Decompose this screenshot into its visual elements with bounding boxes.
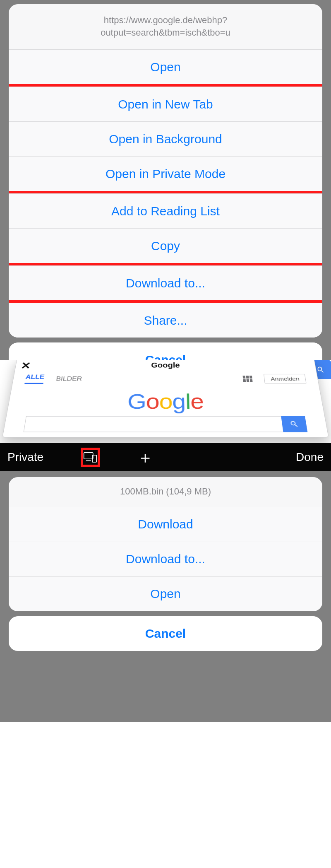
cancel-button-2[interactable]: Cancel [9, 616, 322, 651]
private-toggle[interactable]: Private [7, 451, 43, 464]
download-to-button[interactable]: Download to... [9, 265, 322, 300]
download-file-header: 100MB.bin (104,9 MB) [9, 477, 322, 507]
download-button[interactable]: Download [9, 507, 322, 542]
open-background-button[interactable]: Open in Background [9, 121, 322, 156]
link-action-sheet-panel: https://www.google.de/webhp? output=sear… [0, 0, 331, 360]
download-action-sheet-panel: 100MB.bin (104,9 MB) Download Download t… [0, 471, 331, 722]
svg-rect-0 [84, 453, 93, 459]
download-to-button-2[interactable]: Download to... [9, 542, 322, 576]
done-button[interactable]: Done [296, 451, 324, 464]
share-button[interactable]: Share... [9, 303, 322, 338]
highlight-box-download: Download to... [9, 263, 322, 303]
search-button[interactable] [281, 416, 307, 432]
highlight-box-tabs: Open in New Tab Open in Background Open … [9, 84, 322, 193]
apps-icon[interactable] [243, 376, 253, 382]
download-action-sheet: 100MB.bin (104,9 MB) Download Download t… [9, 477, 322, 611]
sign-in-button[interactable]: Anmelden [264, 374, 306, 383]
open-button[interactable]: Open [9, 49, 322, 84]
action-sheet-url: https://www.google.de/webhp? output=sear… [9, 4, 322, 49]
tab-card[interactable]: ✕ Google ALLE BILDER Anmelden Google [2, 360, 329, 437]
google-logo: Google [7, 384, 324, 416]
copy-button[interactable]: Copy [9, 228, 322, 263]
new-tab-button[interactable]: ＋ [137, 446, 154, 469]
tab-switcher-panel: ✕ Google ALLE BILDER Anmelden Google [0, 360, 331, 471]
close-icon[interactable]: ✕ [20, 360, 31, 371]
tab-all[interactable]: ALLE [24, 374, 45, 384]
url-line-2: output=search&tbm=isch&tbo=u [25, 27, 306, 39]
action-sheet: https://www.google.de/webhp? output=sear… [9, 4, 322, 338]
search-input[interactable] [24, 416, 283, 432]
open-private-mode-button[interactable]: Open in Private Mode [9, 156, 322, 191]
tab-images[interactable]: BILDER [55, 375, 82, 382]
open-new-tab-button[interactable]: Open in New Tab [9, 87, 322, 121]
synced-devices-button[interactable] [81, 448, 100, 467]
open-file-button[interactable]: Open [9, 576, 322, 611]
tab-switcher-toolbar: Private ＋ Done [0, 443, 331, 471]
url-line-1: https://www.google.de/webhp? [25, 14, 306, 27]
add-reading-list-button[interactable]: Add to Reading List [9, 193, 322, 228]
tab-title: Google [15, 360, 317, 372]
